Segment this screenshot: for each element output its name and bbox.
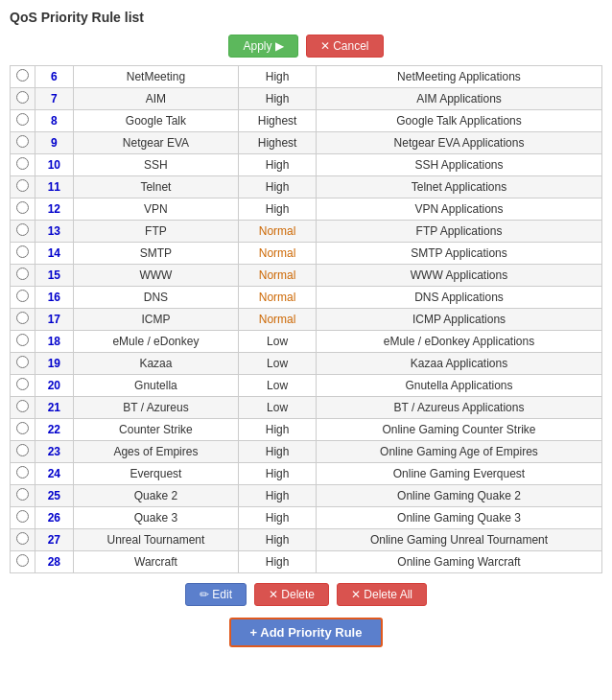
- row-radio-cell[interactable]: [11, 331, 35, 353]
- row-radio[interactable]: [16, 113, 29, 126]
- row-applications: BT / Azureus Applications: [316, 397, 601, 419]
- row-radio-cell[interactable]: [11, 88, 35, 110]
- row-applications: Online Gaming Warcraft: [316, 551, 601, 573]
- row-radio[interactable]: [16, 91, 29, 104]
- row-id: 9: [35, 132, 74, 154]
- delete-all-button[interactable]: ✕ Delete All: [337, 583, 427, 606]
- cancel-button[interactable]: ✕ Cancel: [306, 35, 384, 58]
- row-radio[interactable]: [16, 290, 29, 302]
- row-radio-cell[interactable]: [11, 154, 35, 176]
- row-radio[interactable]: [16, 268, 29, 280]
- row-name: Quake 3: [73, 507, 239, 529]
- row-name: Google Talk: [73, 110, 239, 132]
- table-row: 24 Everquest High Online Gaming Everques…: [11, 463, 602, 485]
- row-radio[interactable]: [16, 444, 29, 456]
- row-radio-cell[interactable]: [11, 551, 35, 573]
- row-applications: Netgear EVA Applications: [316, 132, 601, 154]
- row-radio-cell[interactable]: [11, 66, 35, 88]
- table-row: 16 DNS Normal DNS Applications: [11, 287, 602, 309]
- row-radio-cell[interactable]: [11, 243, 35, 265]
- row-radio-cell[interactable]: [11, 110, 35, 132]
- row-name: DNS: [73, 287, 239, 309]
- top-toolbar: Apply ▶ ✕ Cancel: [10, 35, 602, 58]
- row-priority: Highest: [239, 110, 317, 132]
- row-id: 26: [35, 507, 74, 529]
- row-name: Unreal Tournament: [73, 529, 239, 551]
- row-radio[interactable]: [16, 510, 29, 523]
- row-id: 21: [35, 397, 74, 419]
- row-radio[interactable]: [16, 532, 29, 545]
- bottom-toolbar: ✏ Edit ✕ Delete ✕ Delete All: [10, 583, 602, 606]
- row-radio[interactable]: [16, 400, 29, 412]
- row-radio[interactable]: [16, 201, 29, 214]
- row-id: 27: [35, 529, 74, 551]
- row-radio-cell[interactable]: [11, 198, 35, 221]
- row-name: Kazaa: [73, 353, 239, 375]
- row-name: SSH: [73, 154, 239, 176]
- row-priority: High: [239, 507, 317, 529]
- row-id: 23: [35, 441, 74, 463]
- table-row: 7 AIM High AIM Applications: [11, 88, 602, 110]
- row-radio[interactable]: [16, 488, 29, 501]
- row-id: 18: [35, 331, 74, 353]
- row-radio[interactable]: [16, 334, 29, 346]
- row-priority: High: [239, 463, 317, 485]
- row-radio-cell[interactable]: [11, 419, 35, 441]
- row-radio-cell[interactable]: [11, 309, 35, 331]
- row-radio-cell[interactable]: [11, 507, 35, 529]
- row-radio[interactable]: [16, 179, 29, 192]
- row-radio[interactable]: [16, 422, 29, 434]
- row-radio-cell[interactable]: [11, 529, 35, 551]
- table-row: 25 Quake 2 High Online Gaming Quake 2: [11, 485, 602, 507]
- row-priority: Low: [239, 331, 317, 353]
- edit-button[interactable]: ✏ Edit: [185, 583, 247, 606]
- row-radio[interactable]: [16, 466, 29, 478]
- row-radio-cell[interactable]: [11, 353, 35, 375]
- add-row: + Add Priority Rule: [10, 618, 602, 647]
- row-radio[interactable]: [16, 135, 29, 148]
- table-row: 19 Kazaa Low Kazaa Applications: [11, 353, 602, 375]
- row-id: 11: [35, 176, 74, 198]
- row-radio-cell[interactable]: [11, 176, 35, 198]
- row-radio[interactable]: [16, 356, 29, 368]
- row-radio[interactable]: [16, 223, 29, 236]
- row-radio-cell[interactable]: [11, 132, 35, 154]
- row-radio-cell[interactable]: [11, 397, 35, 419]
- row-radio-cell[interactable]: [11, 485, 35, 507]
- table-row: 18 eMule / eDonkey Low eMule / eDonkey A…: [11, 331, 602, 353]
- row-radio[interactable]: [16, 312, 29, 324]
- row-name: FTP: [73, 221, 239, 243]
- row-applications: Online Gaming Counter Strike: [316, 419, 601, 441]
- row-applications: FTP Applications: [316, 221, 601, 243]
- table-row: 10 SSH High SSH Applications: [11, 154, 602, 176]
- row-radio[interactable]: [16, 245, 29, 258]
- row-name: Ages of Empires: [73, 441, 239, 463]
- page-title: QoS Priority Rule list: [10, 10, 602, 25]
- row-radio-cell[interactable]: [11, 221, 35, 243]
- table-row: 28 Warcraft High Online Gaming Warcraft: [11, 551, 602, 573]
- row-applications: Gnutella Applications: [316, 375, 601, 397]
- row-radio[interactable]: [16, 378, 29, 390]
- row-id: 24: [35, 463, 74, 485]
- row-radio[interactable]: [16, 157, 29, 170]
- apply-button[interactable]: Apply ▶: [228, 35, 297, 58]
- row-applications: Online Gaming Quake 2: [316, 485, 601, 507]
- row-id: 15: [35, 265, 74, 287]
- row-radio[interactable]: [16, 554, 29, 567]
- row-radio-cell[interactable]: [11, 441, 35, 463]
- row-radio-cell[interactable]: [11, 287, 35, 309]
- add-priority-rule-button[interactable]: + Add Priority Rule: [229, 618, 384, 647]
- row-radio-cell[interactable]: [11, 375, 35, 397]
- table-row: 21 BT / Azureus Low BT / Azureus Applica…: [11, 397, 602, 419]
- row-name: Everquest: [73, 463, 239, 485]
- row-name: eMule / eDonkey: [73, 331, 239, 353]
- row-applications: VPN Applications: [316, 198, 601, 221]
- table-row: 22 Counter Strike High Online Gaming Cou…: [11, 419, 602, 441]
- row-radio[interactable]: [16, 69, 29, 82]
- row-applications: Online Gaming Everquest: [316, 463, 601, 485]
- row-id: 25: [35, 485, 74, 507]
- row-radio-cell[interactable]: [11, 265, 35, 287]
- row-name: WWW: [73, 265, 239, 287]
- delete-button[interactable]: ✕ Delete: [254, 583, 329, 606]
- row-radio-cell[interactable]: [11, 463, 35, 485]
